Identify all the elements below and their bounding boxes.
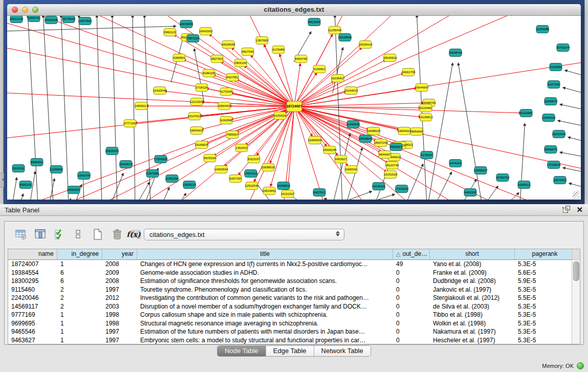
table-selector-dropdown[interactable]: citations_edges.txt <box>144 229 344 240</box>
graph-node[interactable]: 10688609 <box>367 127 381 135</box>
graph-node[interactable]: 9827546 <box>242 48 254 56</box>
table-cell[interactable]: 1998 <box>102 311 137 319</box>
table-cell[interactable]: 1998 <box>102 319 137 328</box>
window-titlebar[interactable]: citations_edges.txt <box>7 4 581 16</box>
table-cell[interactable]: 18724007 <box>8 260 57 269</box>
citation-network-graph[interactable]: 8960123891295516543362939680122420046145… <box>7 16 581 200</box>
graph-node[interactable]: 17016534 <box>547 161 561 169</box>
table-cell[interactable]: 5.3E-5 <box>515 260 575 269</box>
graph-node[interactable]: 16106813 <box>419 114 433 121</box>
graph-node[interactable]: 12522545 <box>245 182 259 190</box>
graph-node[interactable]: 9130024 <box>274 112 286 120</box>
table-cell[interactable]: 5.3E-5 <box>515 327 575 336</box>
table-cell[interactable]: 0 <box>393 327 430 336</box>
graph-node[interactable]: 14569117 <box>135 102 148 110</box>
table-cell[interactable]: 5.3E-5 <box>515 286 575 294</box>
graph-node[interactable]: 16106427 <box>331 75 345 82</box>
table-cell[interactable]: 0 <box>393 294 430 302</box>
graph-node[interactable]: 11154088 <box>536 26 549 33</box>
graph-node[interactable]: 15275602 <box>62 16 76 23</box>
graph-node[interactable]: 19218506 <box>338 34 352 41</box>
table-cell[interactable]: 0 <box>393 319 430 328</box>
table-cell[interactable]: 5.9E-5 <box>515 277 575 286</box>
graph-node[interactable]: 9905051 <box>68 186 80 194</box>
table-cell[interactable]: Hescheler et al. (1997) <box>430 336 515 345</box>
graph-node[interactable]: 8678334 <box>204 155 216 162</box>
graph-node[interactable]: 15644997 <box>415 84 429 92</box>
table-cell[interactable]: Dudbridge et al. (2008) <box>430 277 515 286</box>
graph-node[interactable]: 16961758 <box>402 69 416 76</box>
table-cell[interactable]: Genome-wide association studies in ADHD. <box>137 269 393 277</box>
table-cell[interactable]: 14569117 <box>8 302 57 311</box>
graph-node[interactable]: 15751074 <box>556 44 570 52</box>
table-cell[interactable]: 2008 <box>102 260 137 269</box>
graph-node[interactable]: 13942757 <box>77 172 91 180</box>
column-header-in_degree[interactable]: in_degree <box>57 249 102 259</box>
table-cell[interactable]: Embryonic stem cells: a model to study s… <box>137 336 393 345</box>
table-cell[interactable]: 5.3E-5 <box>515 319 575 328</box>
graph-node[interactable]: 11255430 <box>328 27 342 34</box>
table-cell[interactable]: 6 <box>57 269 102 277</box>
table-row[interactable]: 1456911722003Disruption of a novel membe… <box>8 302 580 311</box>
graph-node[interactable]: 18907249 <box>374 139 388 147</box>
graph-node[interactable]: 15688520 <box>262 164 275 171</box>
table-cell[interactable]: Jankovic et al. (1997) <box>430 286 515 294</box>
table-row[interactable]: 946554611997Estimation of the future num… <box>8 327 580 336</box>
table-cell[interactable]: Tourette syndrome. Phenomenology and cla… <box>137 286 393 294</box>
graph-node[interactable]: 10210643 <box>552 130 566 138</box>
graph-node[interactable]: 8813054 <box>308 18 320 26</box>
table-row[interactable]: 1830029562008Estimation of significance … <box>8 277 580 286</box>
graph-node[interactable]: 19654923 <box>398 127 411 135</box>
vertical-scrollbar[interactable] <box>572 249 580 344</box>
table-cell[interactable]: 9699695 <box>8 319 57 328</box>
graph-node[interactable]: 8427512 <box>313 189 325 196</box>
tab-edge-table[interactable]: Edge Table <box>266 346 314 356</box>
graph-node[interactable]: 15692971 <box>544 146 558 154</box>
network-canvas[interactable]: 8960123891295516543362939680122420046145… <box>7 16 581 200</box>
graph-node[interactable]: 25805051 <box>105 147 119 155</box>
memory-indicator-dot[interactable] <box>577 362 584 369</box>
graph-node[interactable]: 19654931 <box>190 127 204 135</box>
table-cell[interactable]: Franke et al. (2009) <box>430 269 515 277</box>
table-row[interactable]: 977716911998Corpus callosum shape and si… <box>8 311 580 319</box>
graph-node[interactable]: 12213343 <box>190 98 204 106</box>
table-cell[interactable]: 1997 <box>102 286 137 294</box>
graph-node[interactable]: 9396801 <box>173 54 185 62</box>
graph-node[interactable]: 11156829 <box>50 166 63 173</box>
graph-node[interactable]: 16151527 <box>281 190 295 198</box>
graph-node[interactable]: 9115460 <box>420 104 432 112</box>
table-cell[interactable]: 2 <box>57 286 102 294</box>
close-panel-icon[interactable]: ✕ <box>576 206 583 213</box>
graph-node[interactable]: 18640910 <box>383 54 397 62</box>
graph-node[interactable]: 19166825 <box>195 141 209 149</box>
graph-node[interactable]: 16095811 <box>277 182 291 190</box>
column-header-pagerank[interactable]: pagerank <box>515 249 575 259</box>
table-cell[interactable]: 2003 <box>102 302 137 311</box>
table-cell[interactable]: 0 <box>393 302 430 311</box>
graph-node[interactable]: 16958107 <box>474 167 488 174</box>
graph-node[interactable]: 6179197 <box>421 151 433 159</box>
graph-node[interactable]: 16151520 <box>384 171 398 179</box>
table-cell[interactable]: 1 <box>57 260 102 269</box>
table-cell[interactable]: Changes of HCN gene expression and I(f) … <box>137 260 393 269</box>
column-header-short[interactable]: short <box>430 249 515 259</box>
graph-node[interactable]: 9990443 <box>218 102 230 110</box>
table-row[interactable]: 911546021997Tourette syndrome. Phenomeno… <box>8 286 580 294</box>
delete-entries-trash-icon[interactable] <box>110 227 124 242</box>
graph-node[interactable]: 9055741 <box>28 16 40 22</box>
graph-node[interactable]: 3913311 <box>12 165 25 172</box>
graph-node[interactable]: 18300295 <box>323 146 337 154</box>
table-cell[interactable]: Tibbo et al. (1998) <box>430 311 515 319</box>
table-cell[interactable]: Estimation of the future numbers of pati… <box>137 327 393 336</box>
graph-node[interactable]: 11493545 <box>346 121 360 128</box>
graph-node[interactable]: 18409541 <box>359 135 373 143</box>
graph-node[interactable]: 9175685 <box>272 46 285 54</box>
table-cell[interactable]: 0 <box>393 277 430 286</box>
panel-collapse-handle[interactable] <box>0 173 4 187</box>
table-cell[interactable]: Investigating the contribution of common… <box>137 294 393 302</box>
graph-node[interactable]: 16164615 <box>344 87 358 95</box>
table-cell[interactable]: Structural magnetic resonance image aver… <box>137 319 393 328</box>
graph-node[interactable]: 18954997 <box>410 128 424 136</box>
graph-node[interactable]: 18226058 <box>222 41 235 49</box>
table-cell[interactable]: 1 <box>57 327 102 336</box>
